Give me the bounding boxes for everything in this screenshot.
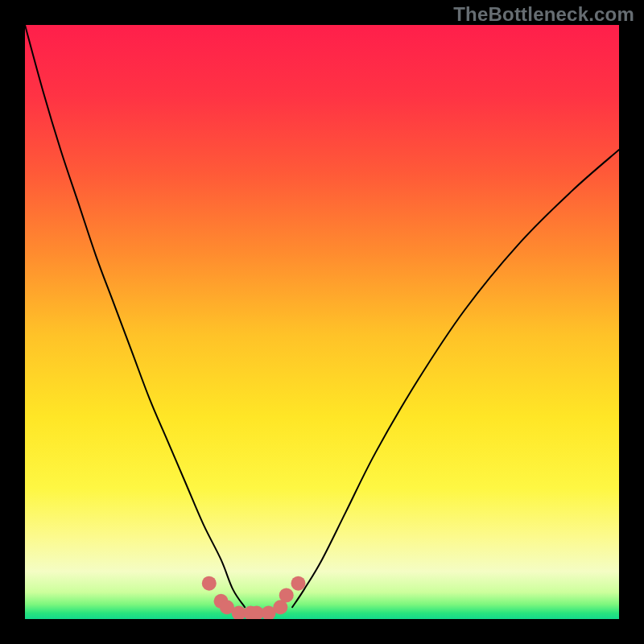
chart-svg xyxy=(25,25,619,619)
gradient-background xyxy=(25,25,619,619)
scatter-point xyxy=(279,588,294,602)
plot-area xyxy=(25,25,619,619)
chart-frame: TheBottleneck.com xyxy=(0,0,644,644)
scatter-point xyxy=(202,576,217,591)
watermark-text: TheBottleneck.com xyxy=(453,3,634,26)
scatter-point xyxy=(291,576,305,591)
